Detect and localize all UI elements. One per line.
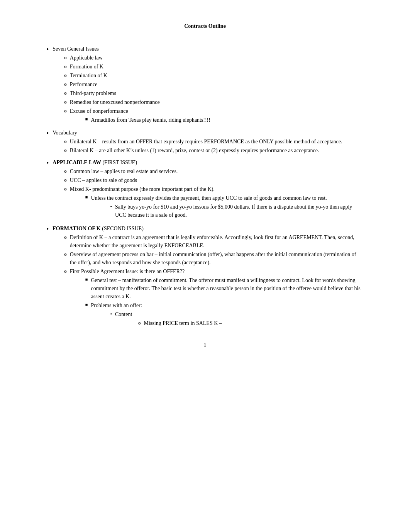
sub-list: o Unilateral K – results from an OFFER t… [53, 138, 364, 155]
section-content: FORMATION OF K (SECOND ISSUE) o Definiti… [53, 224, 364, 330]
list-item: • Seven General Issues o Applicable law … [46, 45, 364, 126]
bullet-sq-icon: ■ [85, 301, 88, 308]
sub-item-text: Unless the contract expressly divides th… [91, 195, 327, 201]
list-item: • APPLICABLE LAW (FIRST ISSUE) o Common … [46, 158, 364, 221]
sub-sub-list: ■ Armadillos from Texas play tennis, rid… [70, 116, 364, 124]
sub-item-text: Content [115, 311, 132, 317]
list-item: o Applicable law [53, 54, 364, 62]
sub-item-text: Excuse of nonperformance [70, 108, 128, 114]
list-item: o Performance [53, 80, 364, 88]
bullet-o-icon: o [64, 107, 67, 115]
list-item: o Bilateral K – are all other K’s unless… [53, 146, 364, 155]
section-label: Vocabulary [53, 130, 77, 136]
bullet-o-icon: o [64, 267, 67, 275]
sub-item-content-2: Problems with an offer: • Content [91, 301, 364, 329]
bullet-o-icon: o [64, 138, 67, 145]
sub-item-content: First Possible Agreement Issue: is there… [70, 267, 364, 330]
bullet-o-icon: o [64, 146, 67, 154]
bullet-icon: • [46, 45, 49, 54]
list-item: • Sally buys yo-yo for $10 and yo-yo les… [91, 203, 364, 219]
list-item: • Vocabulary o Unilateral K – results fr… [46, 129, 364, 155]
page-title: Contracts Outline [46, 23, 364, 29]
bullet-o-icon: o [138, 319, 141, 327]
bullet-icon: • [46, 224, 49, 234]
sub-item-text: General test – manifestation of commitme… [91, 276, 364, 301]
bullet-sq-icon: ■ [85, 276, 88, 283]
sub-item-content-2: Unless the contract expressly divides th… [91, 194, 364, 220]
section-content: APPLICABLE LAW (FIRST ISSUE) o Common la… [53, 158, 364, 221]
list-item: o Third-party problems [53, 89, 364, 97]
list-item: o First Possible Agreement Issue: is the… [53, 267, 364, 330]
bullet-o-icon: o [64, 98, 67, 106]
list-item: ■ Problems with an offer: • Content [70, 301, 364, 329]
sub-list-o4: o Missing PRICE term in SALES K – [115, 319, 364, 327]
sub-item-text: Definition of K – a contract is an agree… [70, 233, 364, 250]
bullet-o-icon: o [64, 71, 67, 79]
main-list: • Seven General Issues o Applicable law … [46, 45, 364, 330]
sub-item-text: Remedies for unexcused nonperformance [70, 98, 364, 106]
bullet-rnd-icon: • [110, 203, 112, 211]
list-item: ■ Armadillos from Texas play tennis, rid… [70, 116, 364, 124]
section-content: Seven General Issues o Applicable law o … [53, 45, 364, 126]
list-item: o UCC – applies to sale of goods [53, 176, 364, 184]
section-label-bold: APPLICABLE LAW [53, 160, 101, 165]
sub-item-text: Unilateral K – results from an OFFER tha… [70, 138, 364, 146]
sub-item-text: Termination of K [70, 71, 364, 80]
sub-item-content: Excuse of nonperformance ■ Armadillos fr… [70, 107, 364, 125]
list-item: o Overview of agreement process on bar –… [53, 250, 364, 267]
sub-item-content: Mixed K- predominant purpose (the more i… [70, 185, 364, 221]
bullet-icon: • [46, 129, 49, 138]
sub-item-text: Missing PRICE term in SALES K – [144, 319, 222, 327]
list-item: o Remedies for unexcused nonperformance [53, 98, 364, 106]
list-item: o Missing PRICE term in SALES K – [115, 319, 364, 327]
sub-item-text: Performance [70, 80, 364, 88]
bullet-o-icon: o [64, 233, 67, 241]
sub-item-text: Applicable law [70, 54, 364, 62]
section-label: Seven General Issues [53, 46, 99, 52]
list-item: ■ Unless the contract expressly divides … [70, 194, 364, 220]
page-number: 1 [46, 342, 364, 348]
section-content: Vocabulary o Unilateral K – results from… [53, 129, 364, 155]
section-label-suffix: (FIRST ISSUE) [101, 160, 137, 165]
bullet-o-icon: o [64, 167, 67, 175]
bullet-o-icon: o [64, 185, 67, 193]
list-item: o Excuse of nonperformance ■ Armadillos … [53, 107, 364, 125]
list-item: o Common law – applies to real estate an… [53, 167, 364, 175]
bullet-o-icon: o [64, 63, 67, 70]
sub-sub-sub-list: • Content o Missing PRICE term in [91, 310, 364, 328]
sub-item-text: Common law – applies to real estate and … [70, 167, 364, 175]
bullet-o-icon: o [64, 250, 67, 258]
sub-item-text: Problems with an offer: [91, 303, 142, 308]
sub-list: o Definition of K – a contract is an agr… [53, 233, 364, 330]
list-item: • FORMATION OF K (SECOND ISSUE) o Defini… [46, 224, 364, 330]
sub-item-text: Third-party problems [70, 89, 364, 97]
sub-item-text: First Possible Agreement Issue: is there… [70, 269, 185, 274]
bullet-o-icon: o [64, 80, 67, 88]
list-item: o Termination of K [53, 71, 364, 80]
section-label-suffix: (SECOND ISSUE) [101, 226, 144, 231]
sub-sub-list: ■ General test – manifestation of commit… [70, 276, 364, 329]
list-item: o Formation of K [53, 63, 364, 71]
sub-sub-sub-list: • Sally buys yo-yo for $10 and yo-yo les… [91, 203, 364, 219]
sub-item-content-3: Content o Missing PRICE term in SALES K … [115, 310, 364, 328]
list-item: • Content o Missing PRICE term in [91, 310, 364, 328]
list-item: o Definition of K – a contract is an agr… [53, 233, 364, 250]
bullet-sq-icon: ■ [85, 116, 88, 123]
list-item: o Unilateral K – results from an OFFER t… [53, 138, 364, 146]
bullet-o-icon: o [64, 176, 67, 184]
section-label-bold: FORMATION OF K [53, 226, 100, 231]
bullet-icon: • [46, 158, 49, 168]
list-item: o Mixed K- predominant purpose (the more… [53, 185, 364, 221]
bullet-sq-icon: ■ [85, 194, 88, 201]
sub-item-text: Formation of K [70, 63, 364, 71]
sub-item-text: Sally buys yo-yo for $10 and yo-yo lesso… [115, 203, 364, 219]
list-item: ■ General test – manifestation of commit… [70, 276, 364, 301]
bullet-rnd-icon: • [110, 310, 112, 318]
bullet-o-icon: o [64, 54, 67, 61]
sub-item-text: Armadillos from Texas play tennis, ridin… [91, 116, 364, 124]
sub-list: o Applicable law o Formation of K o Term… [53, 54, 364, 125]
bullet-o-icon: o [64, 89, 67, 97]
sub-item-text: Mixed K- predominant purpose (the more i… [70, 186, 215, 192]
page: Contracts Outline • Seven General Issues… [0, 0, 410, 532]
sub-list: o Common law – applies to real estate an… [53, 167, 364, 221]
